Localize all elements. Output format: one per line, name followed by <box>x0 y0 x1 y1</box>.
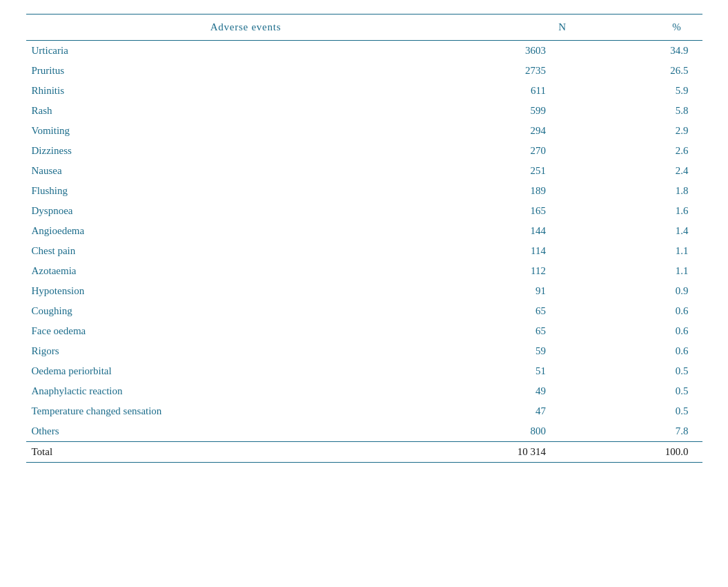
cell-n: 800 <box>466 421 587 442</box>
cell-n: 65 <box>466 321 587 341</box>
cell-pct: 26.5 <box>587 61 702 81</box>
cell-n: 47 <box>466 401 587 421</box>
cell-event: Angioedema <box>26 221 466 241</box>
cell-pct: 1.1 <box>587 261 702 281</box>
table-row: Pruritus273526.5 <box>26 61 702 81</box>
cell-pct: 0.5 <box>587 361 702 381</box>
cell-n: 2735 <box>466 61 587 81</box>
table-row: Flushing1891.8 <box>26 181 702 201</box>
cell-pct: 34.9 <box>587 41 702 61</box>
cell-pct: 0.6 <box>587 321 702 341</box>
cell-n: 51 <box>466 361 587 381</box>
cell-event: Flushing <box>26 181 466 201</box>
cell-pct: 1.6 <box>587 201 702 221</box>
cell-n: 3603 <box>466 41 587 61</box>
cell-pct: 1.8 <box>587 181 702 201</box>
table-row: Coughing650.6 <box>26 301 702 321</box>
cell-pct: 0.5 <box>587 401 702 421</box>
cell-event: Rigors <box>26 341 466 361</box>
cell-event: Anaphylactic reaction <box>26 381 466 401</box>
cell-pct: 0.9 <box>587 281 702 301</box>
table-row: Others8007.8 <box>26 421 702 442</box>
cell-event: Chest pain <box>26 241 466 261</box>
cell-n: 59 <box>466 341 587 361</box>
table-row: Vomiting2942.9 <box>26 121 702 141</box>
header-pct: % <box>587 15 702 41</box>
cell-event: Rhinitis <box>26 81 466 101</box>
cell-n: 91 <box>466 281 587 301</box>
cell-n: 114 <box>466 241 587 261</box>
table-row: Rhinitis6115.9 <box>26 81 702 101</box>
table-row: Nausea2512.4 <box>26 161 702 181</box>
cell-n: 270 <box>466 141 587 161</box>
table-row: Rigors590.6 <box>26 341 702 361</box>
table-row: Azotaemia1121.1 <box>26 261 702 281</box>
adverse-events-table: Adverse events N % Urticaria360334.9Prur… <box>26 14 702 463</box>
cell-n: 251 <box>466 161 587 181</box>
cell-pct: 1.1 <box>587 241 702 261</box>
cell-n: 611 <box>466 81 587 101</box>
cell-event: Dyspnoea <box>26 201 466 221</box>
cell-n: 49 <box>466 381 587 401</box>
footer-pct: 100.0 <box>587 442 702 463</box>
table-header-row: Adverse events N % <box>26 15 702 41</box>
table-row: Angioedema1441.4 <box>26 221 702 241</box>
cell-pct: 2.6 <box>587 141 702 161</box>
cell-n: 599 <box>466 101 587 121</box>
table-row: Dizziness2702.6 <box>26 141 702 161</box>
cell-event: Temperature changed sensation <box>26 401 466 421</box>
cell-event: Dizziness <box>26 141 466 161</box>
cell-event: Pruritus <box>26 61 466 81</box>
table-row: Hypotension910.9 <box>26 281 702 301</box>
table-row: Temperature changed sensation470.5 <box>26 401 702 421</box>
footer-event: Total <box>26 442 466 463</box>
cell-pct: 1.4 <box>587 221 702 241</box>
cell-pct: 7.8 <box>587 421 702 442</box>
table-row: Chest pain1141.1 <box>26 241 702 261</box>
cell-event: Rash <box>26 101 466 121</box>
cell-event: Azotaemia <box>26 261 466 281</box>
header-n: N <box>466 15 587 41</box>
cell-n: 294 <box>466 121 587 141</box>
cell-event: Urticaria <box>26 41 466 61</box>
cell-n: 112 <box>466 261 587 281</box>
cell-event: Face oedema <box>26 321 466 341</box>
cell-pct: 2.4 <box>587 161 702 181</box>
cell-pct: 2.9 <box>587 121 702 141</box>
cell-pct: 0.6 <box>587 341 702 361</box>
cell-n: 144 <box>466 221 587 241</box>
cell-event: Vomiting <box>26 121 466 141</box>
cell-event: Oedema periorbital <box>26 361 466 381</box>
cell-pct: 5.9 <box>587 81 702 101</box>
table-row: Dyspnoea1651.6 <box>26 201 702 221</box>
cell-event: Hypotension <box>26 281 466 301</box>
table-row: Face oedema650.6 <box>26 321 702 341</box>
table-row: Oedema periorbital510.5 <box>26 361 702 381</box>
footer-n: 10 314 <box>466 442 587 463</box>
table-container: Adverse events N % Urticaria360334.9Prur… <box>26 14 702 463</box>
table-footer-row: Total 10 314 100.0 <box>26 442 702 463</box>
cell-n: 165 <box>466 201 587 221</box>
table-row: Anaphylactic reaction490.5 <box>26 381 702 401</box>
cell-pct: 0.6 <box>587 301 702 321</box>
cell-event: Others <box>26 421 466 442</box>
cell-pct: 5.8 <box>587 101 702 121</box>
cell-event: Nausea <box>26 161 466 181</box>
table-row: Rash5995.8 <box>26 101 702 121</box>
header-adverse-events: Adverse events <box>26 15 466 41</box>
cell-n: 65 <box>466 301 587 321</box>
cell-n: 189 <box>466 181 587 201</box>
cell-event: Coughing <box>26 301 466 321</box>
cell-pct: 0.5 <box>587 381 702 401</box>
table-row: Urticaria360334.9 <box>26 41 702 61</box>
